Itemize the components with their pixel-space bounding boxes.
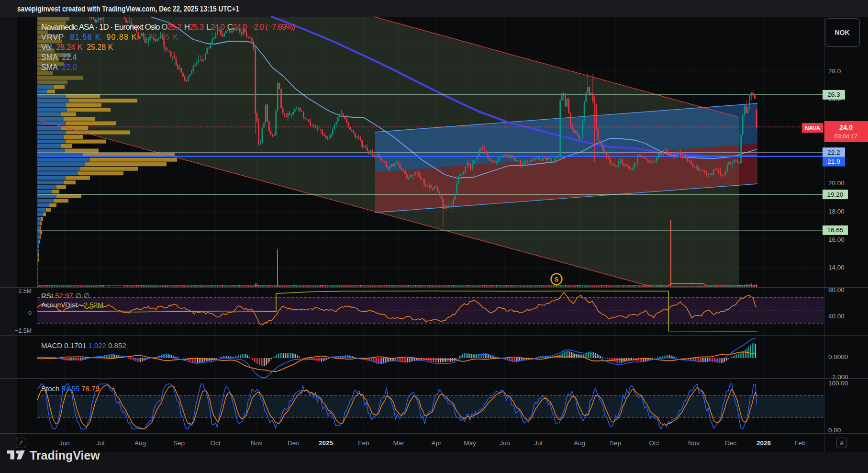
svg-text:Jul: Jul — [534, 439, 542, 447]
svg-text:2025: 2025 — [319, 439, 334, 447]
svg-text:Vol 28.24 K 25.28 K: Vol 28.24 K 25.28 K — [41, 43, 113, 51]
svg-text:TradingView: TradingView — [30, 449, 100, 462]
svg-text:Jul: Jul — [96, 439, 104, 447]
svg-text:Feb: Feb — [794, 439, 805, 447]
svg-text:−2.5M: −2.5M — [15, 327, 32, 334]
svg-text:Nov: Nov — [251, 439, 262, 447]
svg-text:24.0: 24.0 — [839, 124, 853, 131]
svg-text:Oct: Oct — [649, 439, 659, 447]
svg-text:Apr: Apr — [431, 439, 442, 447]
svg-text:2026: 2026 — [757, 439, 771, 447]
svg-text:16.65: 16.65 — [827, 226, 844, 234]
svg-text:100.00: 100.00 — [828, 380, 848, 387]
svg-text:NAVA: NAVA — [805, 125, 821, 132]
svg-text:Sep: Sep — [173, 439, 185, 447]
svg-text:18.00: 18.00 — [828, 208, 845, 215]
svg-text:Dec: Dec — [725, 439, 736, 447]
svg-text:VRVP 81.56 K 90.88 K 172.45: VRVP 81.56 K 90.88 K 172.45 K — [41, 33, 178, 41]
svg-text:A: A — [840, 440, 844, 447]
svg-text:Nov: Nov — [688, 439, 700, 447]
svg-text:2.5M: 2.5M — [18, 288, 32, 294]
svg-text:Dec: Dec — [288, 439, 299, 447]
svg-text:S: S — [555, 276, 559, 283]
svg-text:Jun: Jun — [500, 439, 510, 447]
svg-text:Feb: Feb — [358, 439, 369, 447]
svg-text:16.00: 16.00 — [828, 236, 845, 243]
svg-text:80.00: 80.00 — [828, 286, 845, 293]
svg-text:03:04:17: 03:04:17 — [835, 133, 858, 140]
svg-text:MACD 0.1701 1.022 0.852: MACD 0.1701 1.022 0.852 — [41, 341, 126, 349]
svg-text:SMA 22.4: SMA 22.4 — [41, 53, 77, 61]
svg-text:Navamedic ASA · 1D · Euronext: Navamedic ASA · 1D · Euronext Oslo O25.2… — [41, 23, 295, 32]
svg-text:SMA 22.0: SMA 22.0 — [41, 63, 77, 71]
svg-text:May: May — [464, 439, 476, 447]
svg-text:19.20: 19.20 — [827, 191, 844, 198]
svg-text:Accum/Dist −2.52M: Accum/Dist −2.52M — [41, 301, 103, 309]
svg-text:Oct: Oct — [210, 439, 220, 447]
svg-text:28.0: 28.0 — [828, 68, 841, 75]
svg-text:0: 0 — [28, 310, 32, 316]
svg-text:40.00: 40.00 — [828, 313, 845, 320]
svg-text:26.3: 26.3 — [827, 91, 840, 98]
svg-text:Z: Z — [19, 440, 22, 447]
svg-text:Aug: Aug — [134, 439, 146, 447]
svg-text:Stoch 54.55 78.79: Stoch 54.55 78.79 — [41, 384, 100, 393]
svg-text:22.2: 22.2 — [827, 149, 840, 156]
svg-text:NOK: NOK — [835, 29, 849, 36]
svg-text:Sep: Sep — [610, 439, 621, 447]
svg-text:Jun: Jun — [59, 439, 70, 447]
svg-text:14.00: 14.00 — [828, 264, 845, 271]
svg-text:0.00: 0.00 — [828, 427, 841, 434]
svg-text:21.9: 21.9 — [827, 158, 840, 165]
svg-text:RSI 52.97 ∅ ∅: RSI 52.97 ∅ ∅ — [41, 292, 89, 300]
svg-text:0.0000: 0.0000 — [828, 353, 848, 360]
svg-text:savepiginvest created with Tra: savepiginvest created with TradingView.c… — [17, 5, 239, 13]
svg-text:Aug: Aug — [574, 439, 585, 447]
svg-text:Mar: Mar — [393, 439, 404, 447]
svg-text:20.00: 20.00 — [828, 180, 845, 187]
